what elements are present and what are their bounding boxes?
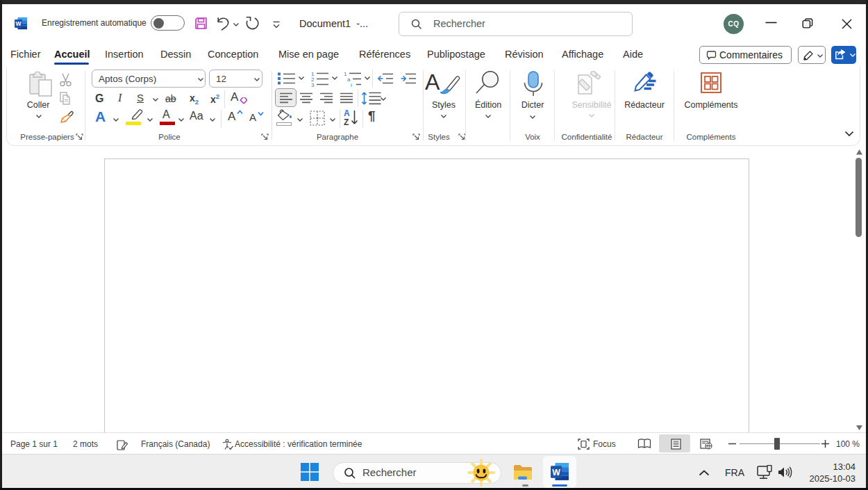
svg-text:W: W xyxy=(15,20,22,27)
svg-text:Z: Z xyxy=(344,117,349,126)
svg-text:W: W xyxy=(552,468,560,477)
svg-text:i: i xyxy=(351,82,352,87)
svg-text:3: 3 xyxy=(311,82,315,88)
